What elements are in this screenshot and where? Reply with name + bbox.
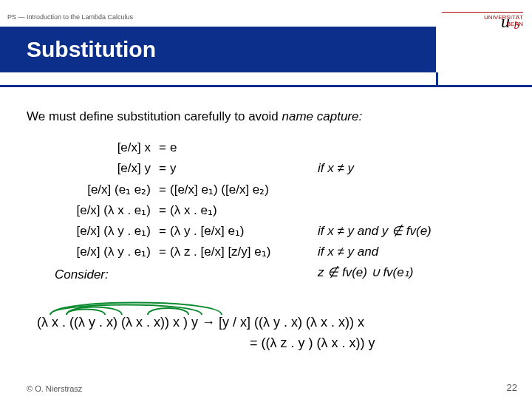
course-header: PS — Introduction to the Lambda Calculus [0,13,133,21]
intro-text: We must define substitution carefully to… [27,109,362,124]
logo-city-label: BERN [442,21,523,27]
logo-uni-label: UNIVERSITÄT [442,14,523,21]
rule-rhs: ([e/x] e₁) ([e/x] e₂) [170,182,318,197]
rule-cond-extra: z ∉ fv(e) ∪ fv(e₁) [318,265,480,280]
divider-horizontal [0,85,532,87]
rule-eq: = [155,245,170,259]
rule-lhs: [e/x] x [52,140,155,155]
table-row: [e/x] (e₁ e₂) = ([e/x] e₁) ([e/x] e₂) [52,182,480,202]
table-row: [e/x] (λ y . e₁) = (λ z . [e/x] [z/y] e₁… [52,244,480,265]
rule-lhs: [e/x] (λ y . e₁) [52,244,155,259]
rule-rhs: (λ x . e₁) [170,202,318,218]
intro-pre: We must define substitution carefully to… [27,109,282,123]
table-row: [e/x] x = e [52,140,480,161]
rule-cond: if x ≠ y and y ∉ fv(e) [318,223,480,239]
table-row: z ∉ fv(e) ∪ fv(e₁) [52,265,480,285]
table-row: [e/x] (λ x . e₁) = (λ x . e₁) [52,202,480,223]
divider-vertical [436,72,438,87]
rule-lhs: [e/x] (λ x . e₁) [52,202,155,218]
rule-eq: = [155,224,170,239]
example-line1: (λ x . ((λ y . x) (λ x . x)) x ) y → [y … [37,315,364,330]
rule-eq: = [155,183,170,197]
rule-rhs: y [170,161,318,176]
example-line2: = ((λ z . y ) (λ x . x)) y [250,335,375,351]
rule-eq: = [155,203,170,218]
copyright: © O. Nierstrasz [27,384,82,393]
consider-label: Consider: [55,267,109,282]
page-number: 22 [507,382,517,393]
substitution-rules: [e/x] x = e [e/x] y = y if x ≠ y [e/x] (… [52,140,480,285]
rule-lhs: [e/x] y [52,161,155,176]
rule-lhs: [e/x] (λ y . e₁) [52,223,155,239]
rule-rhs: e [170,140,318,155]
intro-emphasis: name capture: [282,109,363,123]
rule-cond: if x ≠ y [318,161,480,176]
rule-eq: = [155,140,170,155]
rule-eq: = [155,161,170,176]
rule-rhs: (λ y . [e/x] e₁) [170,223,318,239]
university-logo: UNIVERSITÄT BERN [442,12,523,27]
rule-lhs: [e/x] (e₁ e₂) [52,182,155,197]
binding-arrows-icon [37,291,236,316]
table-row: [e/x] (λ y . e₁) = (λ y . [e/x] e₁) if x… [52,223,480,244]
table-row: [e/x] y = y if x ≠ y [52,161,480,182]
slide-title: Substitution [0,27,436,72]
rule-cond: if x ≠ y and [318,245,480,259]
rule-rhs: (λ z . [e/x] [z/y] e₁) [170,244,318,259]
